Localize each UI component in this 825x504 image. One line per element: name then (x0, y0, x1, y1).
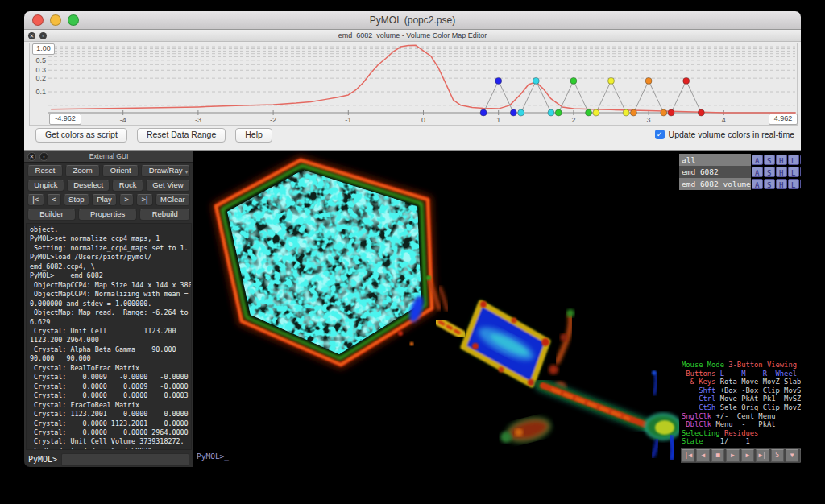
svg-text:-2: -2 (270, 116, 276, 124)
object-a-button[interactable]: A (752, 155, 763, 165)
object-l-button[interactable]: L (788, 179, 799, 189)
external-gui-buttons: ResetZoomOrientDraw/Ray▾UnpickDeselectRo… (24, 163, 193, 222)
gui-button-draw-ray[interactable]: Draw/Ray▾ (141, 165, 190, 177)
svg-text:0.3: 0.3 (35, 66, 46, 74)
traffic-lights (24, 14, 79, 26)
mouse-panel-line: Buttons L M R Wheel (682, 370, 801, 378)
mouse-panel-line: Ctrl Move PkAt Pk1 MvSZ (682, 395, 801, 403)
get-colors-as-script-button[interactable]: Get colors as script (35, 128, 127, 143)
object-name[interactable]: emd_6082 (679, 166, 751, 178)
svg-text:0.2: 0.2 (35, 74, 46, 82)
object-c-button[interactable]: C (800, 179, 801, 189)
gl-viewport[interactable]: PyMOL>_ (193, 151, 679, 467)
xmax-field[interactable]: 4.962 (769, 114, 798, 125)
svg-text:0.5: 0.5 (35, 56, 46, 64)
gui-button-play[interactable]: Play (92, 194, 117, 206)
gui-button-properties[interactable]: Properties (78, 209, 138, 221)
mouse-panel-line: & Keys Rota Move MovZ Slab (682, 378, 801, 386)
movie-control-4-icon[interactable]: ▶ (741, 449, 754, 462)
object-name[interactable]: emd_6082_volume (679, 178, 751, 190)
object-h-button[interactable]: H (776, 179, 787, 189)
object-s-button[interactable]: S (764, 167, 775, 177)
movie-control-3-icon[interactable]: ▶ (726, 449, 739, 462)
chevron-down-icon: ▾ (185, 167, 188, 177)
gui-button--[interactable]: >| (136, 194, 153, 206)
object-h-button[interactable]: H (776, 155, 787, 165)
command-input[interactable] (61, 453, 189, 466)
realtime-update-label: Update volume colors in real-time (669, 130, 794, 139)
main-area: ✕ ◦ External GUI ResetZoomOrientDraw/Ray… (24, 151, 801, 467)
pymol-window: PyMOL (popc2.pse) ✕ ◦ emd_6082_volume - … (24, 11, 801, 467)
svg-text:-1: -1 (345, 116, 351, 124)
movie-control-2-icon[interactable]: ■ (711, 449, 724, 462)
realtime-update-checkbox[interactable]: ✓ (655, 130, 665, 139)
titlebar: PyMOL (popc2.pse) (24, 11, 801, 30)
prompt-label: PyMOL> (28, 455, 57, 464)
reset-data-range-button[interactable]: Reset Data Range (137, 128, 226, 143)
gui-button--[interactable]: |< (27, 194, 44, 206)
editor-title: emd_6082_volume - Volume Color Map Edito… (24, 31, 801, 39)
console-output[interactable]: object. PyMOL>set normalize_ccp4_maps, 1… (26, 223, 192, 450)
editor-header: ✕ ◦ emd_6082_volume - Volume Color Map E… (24, 30, 801, 42)
object-a-button[interactable]: A (752, 167, 763, 177)
zoom-window-button[interactable] (68, 14, 79, 26)
movie-control-8-icon[interactable]: F (800, 449, 801, 462)
gui-button--[interactable]: < (47, 194, 61, 206)
gui-button-rebuild[interactable]: Rebuild (139, 209, 190, 221)
phage-volume-render (193, 151, 679, 460)
mouse-panel-line: Mouse Mode 3-Button Viewing (682, 361, 801, 370)
desktop: { "window": { "title": "PyMOL (popc2.pse… (0, 0, 825, 504)
object-row-emd_6082: emd_6082ASHLC (679, 166, 801, 178)
object-s-button[interactable]: S (764, 155, 775, 165)
movie-control-0-icon[interactable]: |◀ (682, 449, 694, 462)
mouse-panel-line: Shft +Box -Box Clip MovS (682, 386, 801, 395)
viewport-prompt[interactable]: PyMOL>_ (197, 452, 229, 461)
mouse-panel-line: CtSh Sele Orig Clip MovZ (682, 403, 801, 412)
gui-button-deselect[interactable]: Deselect (67, 180, 110, 192)
movie-control-6-icon[interactable]: S (771, 449, 784, 462)
svg-text:0.1: 0.1 (35, 88, 46, 96)
movie-control-5-icon[interactable]: ▶| (756, 449, 769, 462)
gui-button-stop[interactable]: Stop (64, 194, 89, 206)
svg-text:2: 2 (571, 116, 575, 124)
object-c-button[interactable]: C (800, 155, 801, 165)
object-name[interactable]: all (679, 154, 751, 166)
right-panel: allASHLCemd_6082ASHLCemd_6082_volumeASHL… (679, 151, 801, 467)
gui-button-unpick[interactable]: Unpick (27, 180, 64, 192)
mouse-panel-line: SnglClk +/- Cent Menu (682, 412, 801, 421)
object-a-button[interactable]: A (752, 179, 763, 189)
minimize-window-button[interactable] (50, 14, 61, 26)
gui-button-mclear[interactable]: MClear (155, 194, 190, 206)
svg-text:1: 1 (496, 116, 500, 124)
gui-button-reset[interactable]: Reset (27, 165, 63, 177)
volume-color-map-editor: ✕ ◦ emd_6082_volume - Volume Color Map E… (24, 30, 801, 151)
object-h-button[interactable]: H (776, 167, 787, 177)
mouse-panel-line: DblClk Menu - PkAt (682, 420, 801, 429)
object-list: allASHLCemd_6082ASHLCemd_6082_volumeASHL… (679, 154, 801, 190)
svg-text:4: 4 (722, 116, 726, 124)
close-window-button[interactable] (32, 14, 44, 26)
gui-button-get-view[interactable]: Get View (146, 180, 190, 192)
svg-text:-4: -4 (120, 116, 126, 124)
gui-button-builder[interactable]: Builder (27, 209, 76, 221)
window-title: PyMOL (popc2.pse) (24, 14, 801, 26)
object-l-button[interactable]: L (788, 167, 799, 177)
xmin-field[interactable]: -4.962 (49, 114, 81, 125)
volume-plot[interactable]: 0.50.30.20.1-4-3-2-101234 (29, 43, 798, 126)
gui-button-rock[interactable]: Rock (112, 180, 143, 192)
gui-button-orient[interactable]: Orient (102, 165, 139, 177)
gui-button--[interactable]: > (119, 194, 134, 206)
external-gui-header: ✕ ◦ External GUI (24, 151, 193, 163)
command-prompt-row: PyMOL> (24, 450, 193, 467)
object-s-button[interactable]: S (764, 179, 775, 189)
movie-control-7-icon[interactable]: ▼ (786, 449, 798, 462)
ymax-field[interactable]: 1.00 (32, 43, 55, 55)
object-l-button[interactable]: L (788, 155, 799, 165)
help-button[interactable]: Help (235, 128, 272, 143)
external-gui-title: External GUI (24, 152, 193, 160)
object-c-button[interactable]: C (800, 167, 801, 177)
mouse-panel-line: Selecting Residues (682, 429, 801, 438)
mouse-mode-panel: Mouse Mode 3-Button Viewing Buttons L M … (679, 361, 801, 446)
movie-control-1-icon[interactable]: ◀ (696, 449, 709, 462)
gui-button-zoom[interactable]: Zoom (65, 165, 100, 177)
